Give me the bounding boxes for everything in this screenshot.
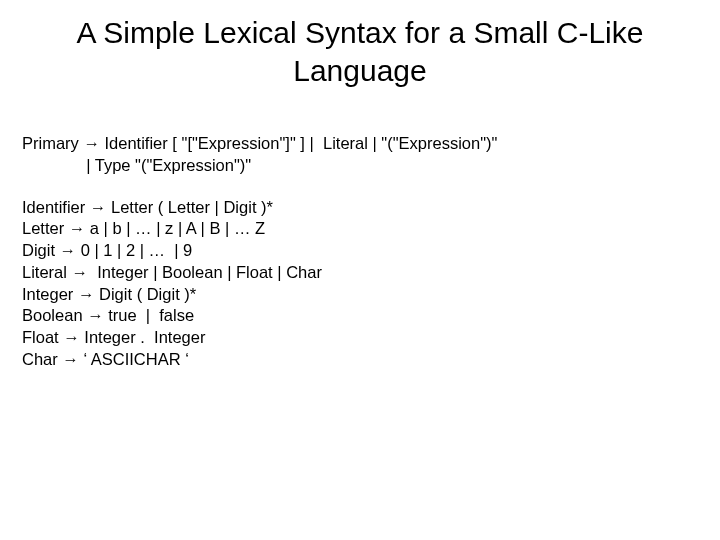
slide-title: A Simple Lexical Syntax for a Small C-Li… bbox=[62, 14, 658, 89]
rule-digit: Digit → 0 | 1 | 2 | … | 9 bbox=[22, 240, 698, 262]
rule-float: Float → Integer . Integer bbox=[22, 327, 698, 349]
grammar-primary: Primary → Identifier [ "["Expression"]" … bbox=[22, 133, 698, 177]
rule-integer: Integer → Digit ( Digit )* bbox=[22, 284, 698, 306]
grammar-lexical: Identifier → Letter ( Letter | Digit )* … bbox=[22, 197, 698, 371]
rule-primary-line1: Primary → Identifier [ "["Expression"]" … bbox=[22, 133, 698, 155]
grammar-block: Primary → Identifier [ "["Expression"]" … bbox=[22, 133, 698, 371]
rule-literal: Literal → Integer | Boolean | Float | Ch… bbox=[22, 262, 698, 284]
rule-identifier: Identifier → Letter ( Letter | Digit )* bbox=[22, 197, 698, 219]
slide-container: A Simple Lexical Syntax for a Small C-Li… bbox=[0, 0, 720, 540]
rule-boolean: Boolean → true | false bbox=[22, 305, 698, 327]
rule-primary-line2: | Type "("Expression")" bbox=[22, 155, 698, 177]
rule-letter: Letter → a | b | … | z | A | B | … Z bbox=[22, 218, 698, 240]
rule-char: Char → ‘ ASCIICHAR ‘ bbox=[22, 349, 698, 371]
